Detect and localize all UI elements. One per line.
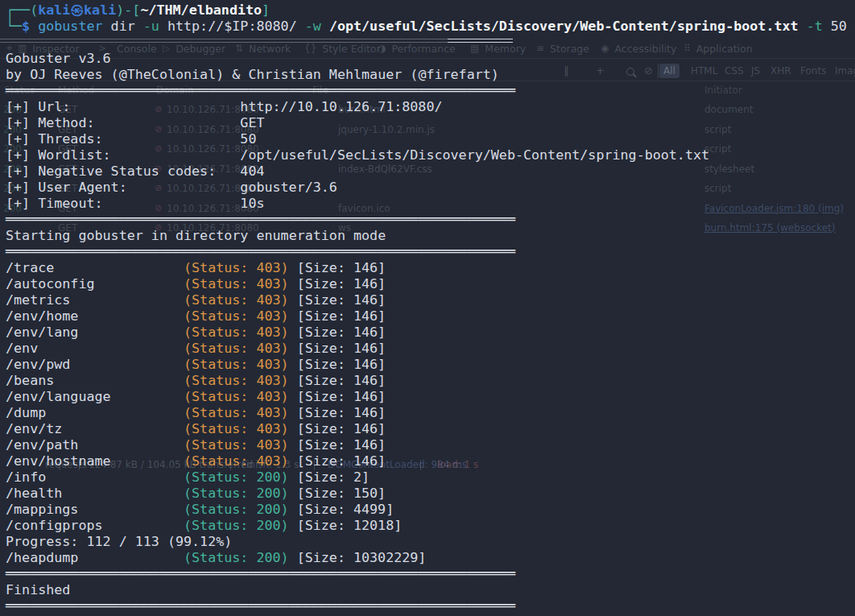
- prompt-frame-close: ]: [262, 2, 270, 18]
- info-value: 404: [240, 163, 264, 179]
- result-size: [Size: 146]: [297, 404, 386, 420]
- result-size: [Size: 146]: [297, 259, 386, 275]
- terminal-output[interactable]: ┌──(kali㉿kali)-[~/THM/elbandito] └─$ gob…: [6, 2, 855, 614]
- result-size: [Size: 10302229]: [297, 549, 427, 565]
- result-status: (Status: 403): [184, 291, 289, 308]
- result-path: /env/hostname: [6, 453, 184, 469]
- info-value: 50: [240, 130, 256, 147]
- command-arg: dir: [103, 18, 143, 34]
- result-size: [Size: 146]: [297, 308, 386, 324]
- result-path: /metrics: [6, 291, 184, 308]
- result-status: (Status: 403): [184, 275, 289, 291]
- prompt-frame-open: ┌──(: [6, 2, 38, 18]
- prompt-line-1: ┌──(kali㉿kali)-[~/THM/elbandito]: [6, 2, 855, 18]
- command-url-arg: http://$IP:8080/: [159, 18, 305, 34]
- gobuster-result-line: /env/pwd(Status: 403)[Size: 146]: [6, 356, 855, 372]
- result-status: (Status: 200): [184, 485, 289, 501]
- prompt-frame-mid: )-[: [116, 2, 140, 18]
- result-path: /beans: [6, 372, 184, 388]
- separator-line: ════════════════════════════════════════…: [6, 82, 855, 98]
- info-line-user-agent: [+] User Agent:gobuster/3.6: [6, 179, 855, 195]
- gobuster-banner-title: Gobuster v3.6: [6, 50, 855, 66]
- gobuster-result-line: /env/hostname(Status: 403)[Size: 146]: [6, 453, 855, 469]
- kali-dragon-icon: ㉿: [70, 2, 84, 18]
- separator-line: ════════════════════════════════════════…: [6, 597, 855, 614]
- result-status: (Status: 403): [184, 420, 289, 436]
- finished-message: Finished: [6, 581, 855, 597]
- space: [30, 18, 38, 34]
- gobuster-result-line: /configprops(Status: 200)[Size: 12018]: [6, 517, 855, 533]
- gobuster-result-line: /env/home(Status: 403)[Size: 146]: [6, 308, 855, 324]
- info-label: [+] Method:: [6, 114, 240, 130]
- result-status: (Status: 200): [184, 501, 289, 517]
- result-status: (Status: 403): [184, 308, 289, 324]
- info-line-timeout: [+] Timeout:10s: [6, 195, 855, 211]
- result-status: (Status: 403): [184, 453, 289, 469]
- wordlist-path: /opt/useful/SecLists/Discovery/Web-Conte…: [329, 18, 799, 34]
- gobuster-result-line: /health(Status: 200)[Size: 150]: [6, 485, 855, 501]
- blank-line: [6, 34, 855, 50]
- flag-t: -t: [807, 18, 823, 34]
- prompt-line-2: └─$ gobuster dir -u http://$IP:8080/ -w …: [6, 18, 855, 34]
- result-status: (Status: 403): [184, 436, 289, 453]
- prompt-frame-tail: └─: [6, 18, 22, 34]
- result-path: /autoconfig: [6, 275, 184, 291]
- kali-terminal-over-devtools: ⌖ ▥Inspector>_Console▷Debugger⇅Network{}…: [0, 0, 855, 616]
- gobuster-result-line: /trace(Status: 403)[Size: 146]: [6, 259, 855, 275]
- result-size: [Size: 146]: [297, 436, 386, 453]
- result-status: (Status: 200): [184, 517, 289, 533]
- result-status: (Status: 403): [184, 259, 289, 275]
- result-size: [Size: 12018]: [297, 517, 403, 533]
- result-status: (Status: 403): [184, 340, 289, 356]
- info-value: 10s: [240, 195, 264, 211]
- result-size: [Size: 146]: [297, 340, 386, 356]
- result-path: /configprops: [6, 517, 184, 533]
- info-label: [+] User Agent:: [6, 179, 240, 195]
- result-status: (Status: 200): [184, 469, 289, 485]
- gobuster-result-line: /info(Status: 200)[Size: 2]: [6, 469, 855, 485]
- gobuster-result-line: /beans(Status: 403)[Size: 146]: [6, 372, 855, 388]
- gobuster-result-line: /mappings(Status: 200)[Size: 4499]: [6, 501, 855, 517]
- result-path: /health: [6, 485, 184, 501]
- result-size: [Size: 146]: [297, 291, 386, 308]
- info-value: /opt/useful/SecLists/Discovery/Web-Conte…: [240, 147, 709, 163]
- info-line-wordlist: [+] Wordlist:/opt/useful/SecLists/Discov…: [6, 147, 855, 163]
- gobuster-result-line: /heapdump(Status: 200)[Size: 10302229]: [6, 549, 855, 565]
- result-path: /env/lang: [6, 324, 184, 340]
- starting-message: Starting gobuster in directory enumerati…: [6, 227, 855, 243]
- result-path: /dump: [6, 404, 184, 420]
- result-status: (Status: 403): [184, 324, 289, 340]
- result-path: /trace: [6, 259, 184, 275]
- prompt-user: kali: [38, 2, 70, 18]
- info-value: gobuster/3.6: [240, 179, 337, 195]
- gobuster-result-heapdump: /heapdump(Status: 200)[Size: 10302229]: [6, 549, 855, 565]
- result-size: [Size: 146]: [297, 275, 386, 291]
- result-size: [Size: 2]: [297, 469, 370, 485]
- gobuster-result-line: /env(Status: 403)[Size: 146]: [6, 340, 855, 356]
- gobuster-result-line: /metrics(Status: 403)[Size: 146]: [6, 291, 855, 308]
- result-status: (Status: 403): [184, 372, 289, 388]
- gobuster-result-line: /env/lang(Status: 403)[Size: 146]: [6, 324, 855, 340]
- result-size: [Size: 4499]: [297, 501, 394, 517]
- result-status: (Status: 403): [184, 356, 289, 372]
- separator-line: ════════════════════════════════════════…: [6, 211, 855, 227]
- info-line-method: [+] Method:GET: [6, 114, 855, 130]
- flag-w: -w: [305, 18, 321, 34]
- result-size: [Size: 146]: [297, 420, 386, 436]
- command-name: gobuster: [38, 18, 102, 34]
- result-path: /env/language: [6, 388, 184, 404]
- result-size: [Size: 150]: [297, 485, 386, 501]
- separator-line: ════════════════════════════════════════…: [6, 243, 855, 259]
- gobuster-result-line: /env/tz(Status: 403)[Size: 146]: [6, 420, 855, 436]
- result-status: (Status: 403): [184, 388, 289, 404]
- flag-u: -u: [143, 18, 159, 34]
- result-size: [Size: 146]: [297, 356, 386, 372]
- result-size: [Size: 146]: [297, 453, 386, 469]
- result-path: /env/path: [6, 436, 184, 453]
- prompt-host: kali: [84, 2, 116, 18]
- result-status: (Status: 403): [184, 404, 289, 420]
- result-path: /env/home: [6, 308, 184, 324]
- result-path: /heapdump: [6, 549, 184, 565]
- result-path: /mappings: [6, 501, 184, 517]
- space: [321, 18, 329, 34]
